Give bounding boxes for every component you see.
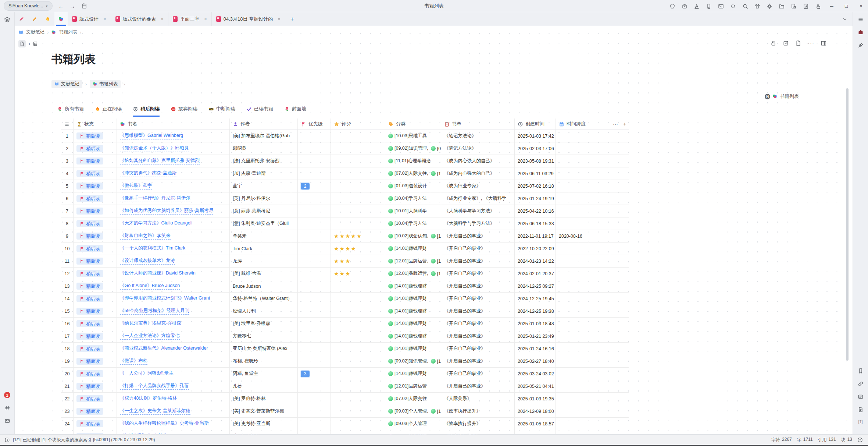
created-cell[interactable]: 2025-01-03 19:35 [515,393,556,405]
rating-cell[interactable] [331,380,385,392]
created-cell[interactable]: 2025-01-05 18:57 [515,418,556,430]
column-more-button[interactable]: ··· [610,121,621,127]
title-cell[interactable]: 《纳瓦尔宝典》埃里克·乔根森 [117,318,230,330]
booklist-cell[interactable]: 《开启自己的事业》 [441,255,515,267]
column-header-分类[interactable]: 分类 [385,118,441,130]
search-assets-icon[interactable] [791,3,797,9]
booklist-cell[interactable]: 《效率执行提升》 [441,405,515,417]
view-tab-0[interactable]: 所有书籍 [57,106,84,117]
minimize-button[interactable]: ─ [828,3,836,9]
book-title-link[interactable]: 《设计师成名接单术》龙涛 [120,258,175,265]
vertical-scrollbar[interactable] [846,88,849,361]
document-tab[interactable]: 04.3月18日 掌握设计的 × [212,12,285,26]
status-cell[interactable]: 稍后读 [74,380,117,392]
view-tab-3[interactable]: 放弃阅读 [171,106,197,117]
created-cell[interactable]: 2022-11-01 19:17 [515,230,556,242]
category-cell[interactable]: [10.03]思维工具 [385,130,441,142]
category-cell[interactable]: [07.02]人际交往 [385,393,441,405]
booklist-cell[interactable]: 《开启自己的事业》 [441,368,515,380]
title-cell[interactable]: 《即学即用的商业模式计划书》Walter Grant [117,293,230,305]
status-cell[interactable]: 稍后读 [74,430,117,434]
list-icon[interactable] [858,394,864,400]
timespan-cell[interactable] [556,343,610,355]
check-square-icon[interactable] [783,40,789,46]
priority-cell[interactable] [298,393,331,405]
created-cell[interactable]: 2025-01-03 17:42 [515,130,556,142]
author-cell[interactable]: [美] 加布里埃尔·温伯格(Gab [230,130,298,142]
view-tab-5[interactable]: 已读书籍 [246,106,273,117]
author-cell[interactable]: [意] 朱利奥·迪安杰里（Giuli [230,217,298,230]
priority-cell[interactable] [298,205,331,217]
category-cell[interactable]: [14.01]赚钱理财 [385,293,441,305]
title-cell[interactable]: 《思维模型》Gabriel Weinberg [117,130,230,142]
book-title-link[interactable]: 《冲突的勇气》杰森·盖迪斯 [120,170,176,177]
status-cell[interactable]: 稍后读 [74,180,117,192]
view-tab-1[interactable]: 正在阅读 [95,106,122,117]
status-cell[interactable]: 稍后读 [74,230,117,242]
author-cell[interactable]: 亚历山大·奥斯特瓦德 (Alex [230,343,298,355]
booklist-cell[interactable]: 《效率执行提升》 [441,430,515,434]
pin-icon[interactable] [858,42,864,48]
status-badge[interactable]: 稍后读 [76,220,103,227]
title-cell[interactable]: 《一个人的获利模式》Tim Clark [117,243,230,255]
author-cell[interactable]: [美] 史考特·亚当斯 [230,418,298,430]
book-title-link[interactable]: 《商业模式新生代》Alexander Osterwalder [120,345,208,352]
rating-cell[interactable] [331,192,385,205]
status-cell[interactable]: 稍后读 [74,217,117,230]
close-button[interactable]: × [857,3,865,9]
created-cell[interactable]: 2024-12-09 18:00 [515,405,556,417]
search-icon[interactable] [742,3,748,9]
category-cell[interactable]: [11.01]心理学概念 [385,155,441,167]
booklist-cell[interactable]: 《开启自己的事业》 [441,280,515,292]
priority-cell[interactable] [298,405,331,417]
document-tab[interactable]: 版式设计 × [68,12,111,26]
category-cell[interactable]: [09.04]效能管理 [385,430,441,434]
back-button[interactable]: ← [58,3,64,9]
book-title-link[interactable]: 《权力48法则》罗伯特·格林 [120,395,177,402]
daily-note-icon[interactable] [81,3,87,9]
title-cell[interactable]: 《知道做到》肯·布兰佳 [117,430,230,434]
timespan-cell[interactable] [556,355,610,367]
book-title-link[interactable]: 《一人企业方法论》方糖零七 [120,333,180,340]
timespan-cell[interactable] [556,255,610,267]
status-badge[interactable]: 稍后读 [76,420,103,427]
booklist-cell[interactable]: 《大脑科学与学习方法》 [441,205,515,217]
bookmark-icon[interactable] [858,368,864,374]
created-cell[interactable]: 2025-07-02 16:18 [515,180,556,192]
title-cell[interactable]: 《权力48法则》罗伯特·格林 [117,393,230,405]
category-cell[interactable]: [14.01]赚钱理财 [385,343,441,355]
category-cell[interactable]: [09.03]个人管理, [10.01] [385,405,441,417]
help-icon[interactable] [857,437,863,443]
close-tab-icon[interactable]: × [204,16,207,22]
title-cell[interactable]: 《一生之敌》史蒂文·普莱斯菲尔德 [117,405,230,417]
created-cell[interactable]: 2025-01-21 23:49 [515,330,556,342]
priority-cell[interactable] [298,243,331,255]
author-cell[interactable]: [英] 丹尼尔·科伊尔 [230,192,298,205]
timespan-cell[interactable]: 2020-08-16 [556,230,610,242]
status-cell[interactable]: 稍后读 [74,393,117,405]
columns-icon[interactable] [821,40,827,46]
author-cell[interactable]: 华特·格兰特（Walter Grant） [230,293,298,305]
category-cell[interactable]: [09.02]知识管理, [04.01] [385,142,441,155]
created-cell[interactable]: 2025-03-24 03:02 [515,368,556,380]
created-cell[interactable]: 2025-06-18 15:33 [515,217,556,230]
rating-cell[interactable]: ★★★ [331,268,385,280]
status-cell[interactable]: 稍后读 [74,280,117,292]
database-block-icon[interactable] [33,41,38,46]
file-icon[interactable] [18,40,26,47]
book-title-link[interactable]: 《一人公司》阿猫&鱼堂主 [120,370,174,377]
rating-cell[interactable] [331,418,385,430]
status-badge[interactable]: 稍后读 [76,358,103,365]
booklist-cell[interactable]: 《开启自己的事业》 [441,268,515,280]
title-cell[interactable]: 《Go It Alone》Bruce Judson [117,280,230,292]
created-cell[interactable]: 2025-02-27 18:40 [515,355,556,367]
doc-icon[interactable] [858,407,864,413]
pinned-tab[interactable] [54,12,68,26]
booklist-cell[interactable]: 《开启自己的事业》 [441,230,515,242]
rating-cell[interactable]: ★★★ [331,255,385,267]
more-options-icon[interactable]: ··· [808,40,814,46]
status-badge[interactable]: 稍后读 [76,295,103,302]
priority-cell[interactable] [298,230,331,242]
rating-cell[interactable] [331,180,385,192]
booklist-cell[interactable]: 《开启自己的事业》 [441,305,515,317]
